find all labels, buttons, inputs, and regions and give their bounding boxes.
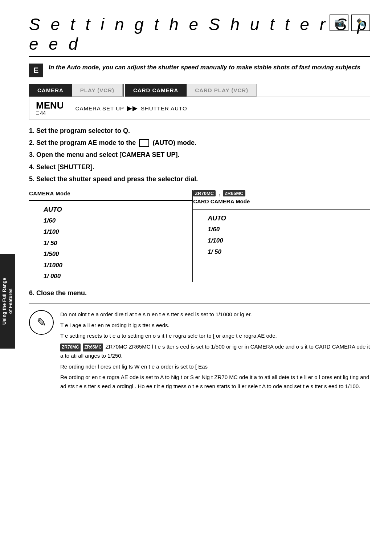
speed-60-right: 1/60 [193,224,370,235]
note-icon: ✎ [29,310,54,335]
speed-auto-right: AUTO [193,212,370,224]
tab-card-camera[interactable]: CARD CAMERA [125,84,187,97]
speed-500-left: 1/500 [29,249,192,260]
side-tab-text: Using the Full Rangeof Features [1,278,14,325]
speed-000-left: 1/ 000 [29,271,192,282]
note-para-1: Do not oint t e a order dire tl at t e s… [60,310,370,319]
table-right-column: ZR70MC , ZR65MC CARD CAMERA Mode AUTO 1/… [193,190,370,282]
right-col-header: CARD CAMERA Mode [193,198,370,207]
note-text: Do not oint t e a order dire tl at t e s… [60,310,370,393]
pen-icon: ✒️ [351,15,370,31]
speed-100-right: 1/100 [193,235,370,247]
note-para-3: T e setting resets to t e a to setting e… [60,332,370,341]
step-3: 3. Open the menu and select [CAMERA SET … [29,150,370,159]
nav-tabs: CAMERA PLAY (VCR) CARD CAMERA CARD PLAY … [29,84,370,97]
note-para-4: ZR70MC ZR65MC ZR70MC ZR65MC l t e s tter… [60,342,370,361]
shutter-table: CAMERA Mode AUTO 1/60 1/100 1/ 50 1/500 … [29,190,370,282]
menu-label: MENU [36,101,64,110]
table-left-column: CAMERA Mode AUTO 1/60 1/100 1/ 50 1/500 … [29,190,193,282]
step-2: 2. Set the program AE mode to the (AUTO)… [29,138,370,147]
menu-page: □44 [36,110,60,116]
speed-50-right: 1/ 50 [193,247,370,258]
menu-row: MENU □44 CAMERA SET UP ▶▶ SHUTTER AUTO [29,97,370,120]
menu-arrow: ▶▶ [127,104,138,112]
speed-100-left: 1/100 [29,227,192,238]
top-icons: 📷 ✒️ [330,15,370,31]
tab-camera[interactable]: CAMERA [29,84,72,97]
menu-path-start: CAMERA SET UP [75,105,124,111]
model-badge-zr65mc: ZR65MC [223,190,245,196]
speed-1000-left: 1/1000 [29,260,192,271]
speed-60-left: 1/60 [29,215,192,227]
speed-auto-left: AUTO [29,204,192,215]
page-title: S e t t i n g t h e S h u t t e r S p e … [29,15,370,54]
camera-icon: 📷 [330,15,348,31]
inline-badge-zr65mc: ZR65MC [83,343,103,351]
intro-box: E In the Auto mode, you can adjust the s… [29,63,370,77]
note-para-5: Re ording nder l ores ent lig ts W en t … [60,362,370,371]
letter-badge: E [29,64,43,77]
step-5: 5. Select the shutter speed and press th… [29,175,370,184]
menu-path: CAMERA SET UP ▶▶ SHUTTER AUTO [75,104,187,112]
note-section: ✎ Do not oint t e a order dire tl at t e… [29,310,370,393]
inline-badge-zr70mc: ZR70MC [60,343,81,351]
steps-section: 1. Set the program selector to Q. 2. Set… [29,126,370,184]
auto-icon [139,139,149,147]
step-1: 1. Set the program selector to Q. [29,126,370,135]
model-badge-zr70mc: ZR70MC [193,190,216,196]
intro-text: In the Auto mode, you can adjust the shu… [49,63,360,72]
note-para-6: Re ording or en t e rogra AE ode is set … [60,373,370,391]
menu-path-end: SHUTTER AUTO [141,105,187,111]
tab-card-play-vcr[interactable]: CARD PLAY (VCR) [187,84,257,97]
speed-50-left: 1/ 50 [29,238,192,249]
side-tab: Using the Full Rangeof Features [0,254,15,349]
note-para-2: T e i age a li er en re ording it ig s t… [60,321,370,330]
step-4: 4. Select [SHUTTER]. [29,163,370,172]
step-6: 6. Close the menu. [29,289,370,297]
tab-play-vcr[interactable]: PLAY (VCR) [72,84,123,97]
left-col-header: CAMERA Mode [29,190,192,199]
